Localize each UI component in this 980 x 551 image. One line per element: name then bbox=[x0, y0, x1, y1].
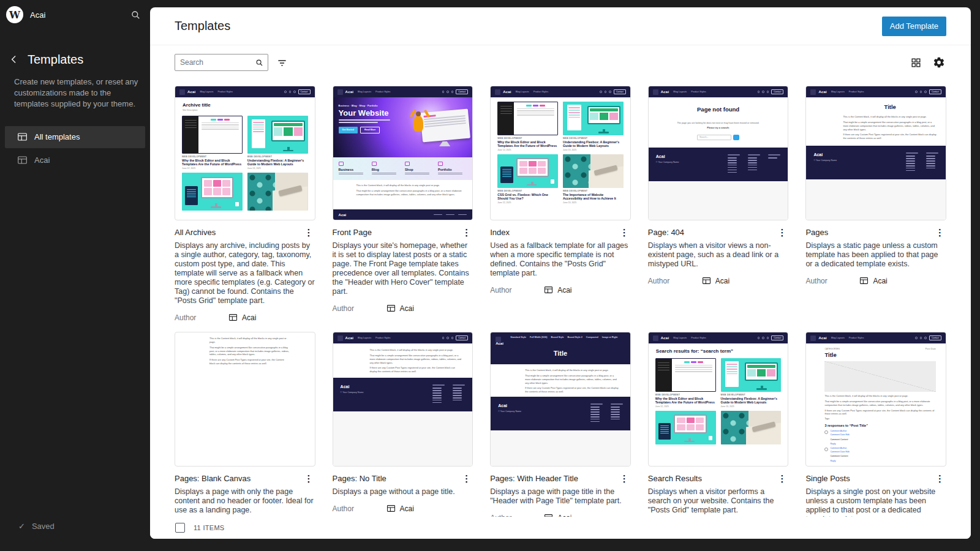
template-author-row: Author Acai bbox=[648, 276, 789, 285]
template-title[interactable]: All Archives bbox=[175, 228, 303, 237]
wordpress-logo-icon[interactable]: W bbox=[6, 6, 23, 23]
template-preview[interactable]: Acai Blog LayoutsProduct Styles Contact … bbox=[333, 332, 473, 467]
template-card[interactable]: Acai Blog LayoutsProduct Styles Contact … bbox=[648, 332, 789, 539]
sidebar-item-label: All templates bbox=[34, 132, 80, 141]
settings-gear-icon[interactable] bbox=[932, 55, 946, 70]
back-chevron-icon[interactable] bbox=[6, 51, 22, 67]
mini-site-header: Acai Blog LayoutsProduct Styles Contact bbox=[649, 332, 788, 343]
admin-topbar: W Acai bbox=[0, 0, 150, 29]
template-author-row: Author Acai bbox=[805, 276, 946, 285]
search-icon bbox=[255, 58, 264, 67]
actions-menu-icon[interactable]: ⋮ bbox=[303, 228, 315, 237]
mini-post: WEB DEVELOPMENTCSS Grid vs. Flexbox: Whi… bbox=[497, 154, 558, 204]
mini-search-heading: Search results for: “search term” bbox=[656, 348, 781, 354]
mini-post: WEB DEVELOPMENTUnderstanding Flexbox: A … bbox=[247, 116, 308, 170]
filter-icon[interactable] bbox=[274, 55, 290, 70]
mini-404-body: Page not found The page you are looking … bbox=[649, 97, 788, 148]
mini-category-row: Business Blog Shop Portfolio bbox=[333, 157, 473, 180]
actions-menu-icon[interactable]: ⋮ bbox=[933, 228, 946, 237]
actions-menu-icon[interactable]: ⋮ bbox=[775, 228, 788, 237]
mini-site-header: Acai Blog LayoutsProduct Styles Contact bbox=[806, 332, 946, 343]
page-title: Templates bbox=[175, 19, 230, 33]
template-card[interactable]: Acai Blog LayoutsProduct Styles Contact … bbox=[333, 332, 473, 539]
template-card[interactable]: This is the Content block, it will displ… bbox=[175, 332, 315, 539]
mini-site-header: Acai Blog LayoutsProduct Styles Contact bbox=[806, 86, 946, 97]
template-card[interactable]: Acai Blog LayoutsProduct Styles Contact … bbox=[648, 86, 789, 316]
select-all-checkbox[interactable] bbox=[175, 523, 185, 533]
mini-comment: Comment AuthorComment Date EditComment C… bbox=[806, 429, 946, 446]
template-title[interactable]: Search Results bbox=[648, 474, 776, 483]
mini-site-footer: Acai© Your Company Name bbox=[491, 397, 630, 430]
mini-archive-title: Archive title bbox=[183, 102, 307, 108]
template-preview[interactable]: Acai Blog LayoutsProduct Styles Contact … bbox=[490, 86, 631, 220]
template-card[interactable]: Standard StyleFull Width (9/20)Boxed Sty… bbox=[490, 332, 631, 539]
actions-menu-icon[interactable]: ⋮ bbox=[933, 474, 946, 483]
template-card[interactable]: Acai Blog LayoutsProduct Styles Contact … bbox=[805, 332, 946, 539]
template-preview[interactable]: Acai Blog LayoutsProduct Styles Contact … bbox=[648, 86, 789, 220]
search-box[interactable] bbox=[175, 54, 268, 71]
mini-post: WEB DEVELOPMENTWhy the Block Editor and … bbox=[497, 102, 558, 151]
check-icon: ✓ bbox=[18, 522, 25, 531]
template-preview[interactable]: Acai Blog LayoutsProduct Styles Contact … bbox=[648, 332, 789, 467]
template-title[interactable]: Pages: With Header Title bbox=[490, 474, 618, 483]
template-preview[interactable]: This is the Content block, it will displ… bbox=[175, 332, 315, 467]
template-description: Displays a page without a page title. bbox=[333, 487, 473, 497]
mini-post-title: Title bbox=[806, 350, 946, 358]
search-input[interactable] bbox=[180, 58, 255, 67]
template-title[interactable]: Single Posts bbox=[805, 474, 933, 483]
actions-menu-icon[interactable]: ⋮ bbox=[303, 474, 315, 483]
add-template-button[interactable]: Add Template bbox=[882, 17, 946, 36]
mini-site-header: Acai Blog LayoutsProduct Styles Contact bbox=[333, 86, 473, 97]
mini-page-body: This is the Content block, it will displ… bbox=[333, 343, 473, 378]
template-author-row: Author Acai bbox=[333, 504, 473, 513]
template-description: Displays when a visitor views a non-exis… bbox=[648, 241, 789, 269]
actions-menu-icon[interactable]: ⋮ bbox=[618, 228, 631, 237]
template-icon bbox=[228, 313, 238, 322]
sidebar-description: Create new templates, or reset any custo… bbox=[0, 67, 150, 110]
template-title[interactable]: Page: 404 bbox=[648, 228, 776, 237]
mini-post: WEB DEVELOPMENTThe Importance of Website… bbox=[563, 154, 624, 204]
selection-footer: 11 ITEMS bbox=[150, 517, 971, 539]
template-title[interactable]: Front Page bbox=[333, 228, 461, 237]
mini-post-content: This is the Content block, it will displ… bbox=[806, 394, 946, 418]
template-preview[interactable]: Acai Blog LayoutsProduct Styles Contact … bbox=[175, 86, 315, 220]
template-card[interactable]: Acai Blog LayoutsProduct Styles Contact … bbox=[490, 86, 631, 316]
mini-post bbox=[721, 411, 782, 444]
sidebar-item-acai[interactable]: Acai bbox=[5, 149, 145, 171]
template-card[interactable]: Acai Blog LayoutsProduct Styles Contact … bbox=[805, 86, 946, 316]
actions-menu-icon[interactable]: ⋮ bbox=[618, 474, 631, 483]
template-preview[interactable]: Acai Blog LayoutsProduct Styles Contact … bbox=[333, 86, 473, 220]
template-preview[interactable]: Acai Blog LayoutsProduct Styles Contact … bbox=[805, 332, 946, 467]
templates-grid: Acai Blog LayoutsProduct Styles Contact … bbox=[150, 71, 971, 539]
template-card[interactable]: Acai Blog LayoutsProduct Styles Contact … bbox=[333, 86, 473, 316]
template-title[interactable]: Index bbox=[490, 228, 618, 237]
grid-view-icon[interactable] bbox=[909, 56, 923, 70]
template-preview[interactable]: Standard StyleFull Width (9/20)Boxed Sty… bbox=[490, 332, 631, 467]
template-title[interactable]: Pages: Blank Canvas bbox=[175, 474, 303, 483]
mini-page-body: Title This is the Content block, it will… bbox=[806, 97, 946, 146]
site-name: Acai bbox=[30, 10, 45, 20]
mini-site-footer: Acai© Your Company Name bbox=[333, 378, 473, 411]
mini-site-header: Acai Blog LayoutsProduct Styles Contact bbox=[491, 86, 630, 97]
template-description: Displays your site's homepage, whether i… bbox=[333, 241, 473, 296]
actions-menu-icon[interactable]: ⋮ bbox=[460, 474, 473, 483]
template-author-row: Author Acai bbox=[333, 304, 473, 313]
search-icon[interactable] bbox=[130, 9, 141, 21]
template-card[interactable]: Acai Blog LayoutsProduct Styles Contact … bbox=[175, 86, 315, 316]
template-icon bbox=[702, 276, 711, 285]
template-preview[interactable]: Acai Blog LayoutsProduct Styles Contact … bbox=[805, 86, 946, 220]
mini-post bbox=[182, 173, 243, 211]
template-title[interactable]: Pages bbox=[805, 228, 933, 237]
actions-menu-icon[interactable]: ⋮ bbox=[775, 474, 788, 483]
template-author-row: Author Acai bbox=[175, 313, 315, 322]
template-description: Displays any archive, including posts by… bbox=[175, 241, 315, 305]
mini-post: WEB DEVELOPMENTWhy the Block Editor and … bbox=[655, 358, 716, 408]
saved-status[interactable]: ✓ Saved bbox=[18, 522, 55, 531]
template-icon bbox=[859, 276, 869, 285]
template-icon bbox=[386, 304, 396, 313]
template-title[interactable]: Pages: No Title bbox=[333, 474, 461, 483]
actions-menu-icon[interactable]: ⋮ bbox=[460, 228, 473, 237]
template-icon bbox=[17, 132, 28, 142]
templates-panel: Templates Add Template Acai bbox=[150, 7, 971, 539]
sidebar-item-all-templates[interactable]: All templates bbox=[5, 126, 145, 148]
